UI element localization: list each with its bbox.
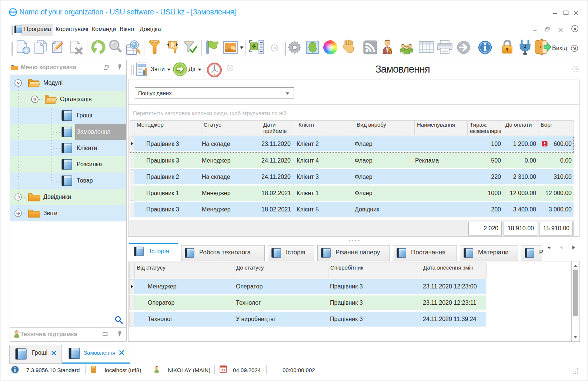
svg-text:31: 31: [221, 368, 225, 372]
svg-text:usu: usu: [10, 10, 16, 14]
